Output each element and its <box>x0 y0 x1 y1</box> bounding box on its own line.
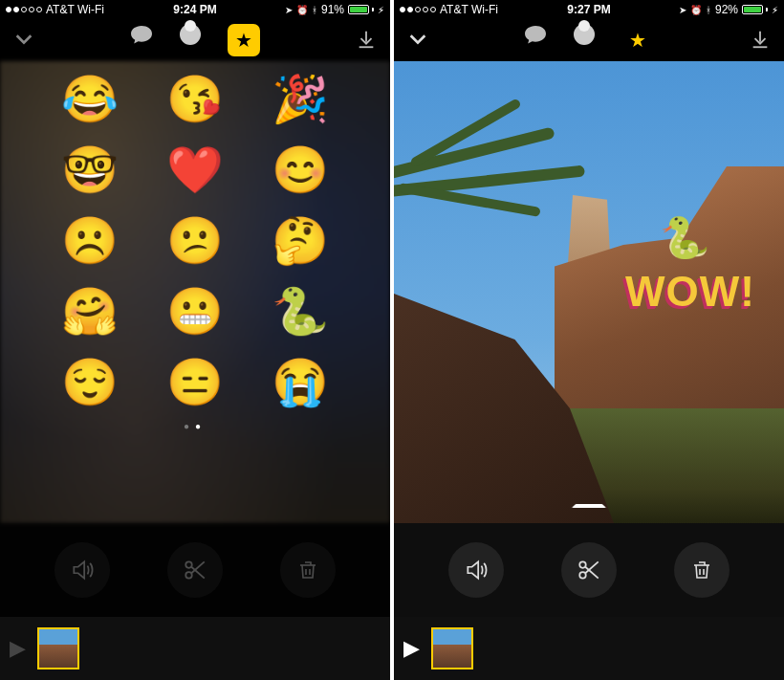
play-button[interactable]: ▶ <box>403 636 420 661</box>
sticker-heart[interactable]: ❤️ <box>157 147 233 193</box>
bluetooth-icon: ᚼ <box>706 5 711 15</box>
sticker-kiss[interactable]: 😘 <box>157 77 233 122</box>
screen-sticker-picker: AT&T Wi-Fi 9:24 PM ➤ ⏰ ᚼ 91% ⚡︎ <box>0 0 390 680</box>
download-icon[interactable] <box>750 29 771 53</box>
sticker-cry[interactable]: 😭 <box>262 360 338 406</box>
clip-thumbnail[interactable] <box>431 627 473 669</box>
svg-point-2 <box>579 561 586 568</box>
speech-bubble-icon[interactable] <box>524 24 547 56</box>
bluetooth-icon: ᚼ <box>312 5 317 15</box>
filters-icon[interactable] <box>574 24 595 45</box>
delete-button[interactable] <box>674 542 730 598</box>
stickers-button[interactable]: ★ <box>228 24 260 56</box>
editor-toolbar: ★ <box>394 19 784 61</box>
page-indicator: ●● <box>0 421 390 431</box>
video-preview[interactable]: 🐍 WOW! <box>394 61 784 523</box>
location-icon: ➤ <box>285 5 293 15</box>
clip-controls <box>0 523 390 617</box>
sticker-grid: 😂 😘 🎉 🤓 ❤️ 😊 ☹️ 😕 🤔 🤗 😬 🐍 😌 😑 😭 <box>0 61 390 415</box>
sticker-thinking[interactable]: 🤔 <box>262 218 338 264</box>
star-icon: ★ <box>235 29 252 52</box>
clip-thumbnail[interactable] <box>37 627 79 669</box>
chevron-down-icon[interactable] <box>13 29 34 53</box>
sticker-overlay-snake[interactable]: 🐍 <box>660 214 709 261</box>
alarm-icon: ⏰ <box>296 5 308 15</box>
drawer-handle-icon[interactable] <box>572 504 606 515</box>
cut-button[interactable] <box>167 542 223 598</box>
svg-point-0 <box>185 561 192 568</box>
filters-icon[interactable] <box>180 24 201 45</box>
sticker-hug[interactable]: 🤗 <box>52 289 128 335</box>
sticker-confused[interactable]: 😕 <box>157 218 233 264</box>
sticker-nerd[interactable]: 🤓 <box>52 147 128 193</box>
chevron-down-icon[interactable] <box>407 29 428 53</box>
sticker-grimace[interactable]: 😬 <box>157 289 233 335</box>
editor-toolbar: ★ <box>0 19 390 61</box>
screen-editor-preview: AT&T Wi-Fi 9:27 PM ➤ ⏰ ᚼ 92% ⚡︎ <box>394 0 784 680</box>
svg-point-3 <box>579 572 586 579</box>
sticker-snake[interactable]: 🐍 <box>262 289 338 335</box>
clip-controls <box>394 523 784 617</box>
text-overlay-wow[interactable]: WOW! <box>625 268 755 316</box>
stickers-button[interactable]: ★ <box>621 24 654 56</box>
timeline-strip: ▶ <box>394 617 784 680</box>
status-bar: AT&T Wi-Fi 9:27 PM ➤ ⏰ ᚼ 92% ⚡︎ <box>394 0 784 19</box>
delete-button[interactable] <box>280 542 336 598</box>
location-icon: ➤ <box>679 5 686 15</box>
download-icon[interactable] <box>356 29 377 53</box>
play-button[interactable]: ▶ <box>10 636 26 661</box>
sticker-expressionless[interactable]: 😑 <box>157 360 233 406</box>
star-icon: ★ <box>629 29 646 52</box>
sticker-frown[interactable]: ☹️ <box>52 218 128 264</box>
sticker-joy[interactable]: 😂 <box>52 77 128 122</box>
status-bar: AT&T Wi-Fi 9:24 PM ➤ ⏰ ᚼ 91% ⚡︎ <box>0 0 390 19</box>
clock-label: 9:27 PM <box>394 3 784 16</box>
sticker-relieved[interactable]: 😌 <box>52 360 128 406</box>
mute-button[interactable] <box>54 542 110 598</box>
clock-label: 9:24 PM <box>0 3 390 16</box>
sticker-party[interactable]: 🎉 <box>262 77 338 122</box>
alarm-icon: ⏰ <box>690 5 702 15</box>
svg-point-1 <box>185 572 192 579</box>
timeline-strip: ▶ <box>0 617 390 680</box>
mute-button[interactable] <box>448 542 504 598</box>
cut-button[interactable] <box>561 542 617 598</box>
sticker-blush[interactable]: 😊 <box>262 147 338 193</box>
speech-bubble-icon[interactable] <box>130 24 153 56</box>
